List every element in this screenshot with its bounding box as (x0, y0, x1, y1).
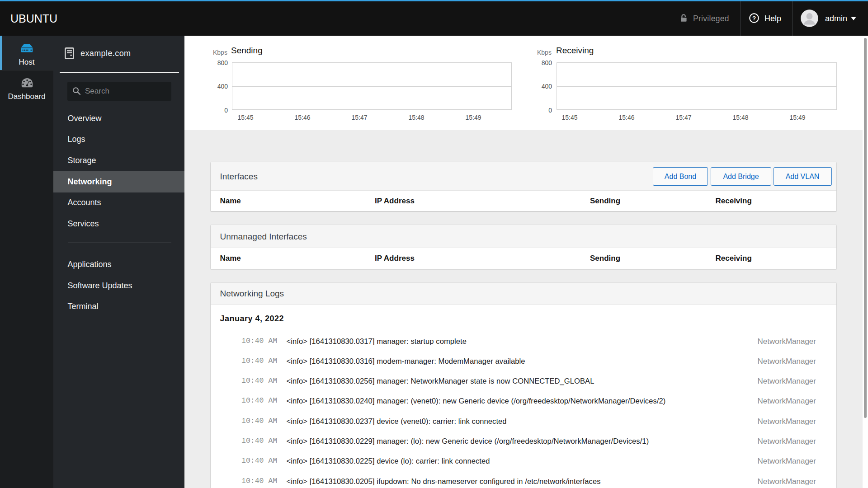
svg-text:?: ? (752, 15, 756, 22)
